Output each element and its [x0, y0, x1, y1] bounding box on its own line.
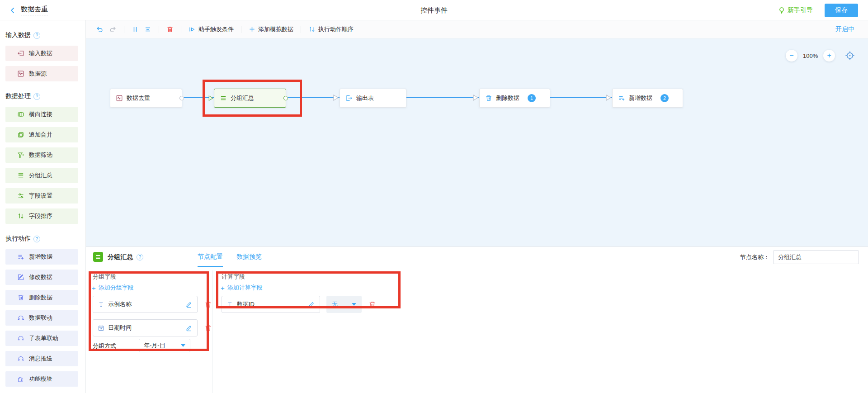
append-merge-icon	[17, 131, 24, 138]
flow-canvas[interactable]: − 100% + 数据去重	[86, 38, 868, 246]
panel-tabs: 节点配置 数据预览	[198, 247, 262, 267]
calc-field-row[interactable]: 数据ID	[222, 296, 320, 313]
sidebar-item-label: 子表单联动	[29, 334, 58, 342]
calc-fields-title: 计算字段	[222, 273, 245, 281]
beginner-guide-link[interactable]: 新手引导	[778, 6, 813, 14]
output-port	[283, 96, 288, 100]
trash-icon	[166, 26, 174, 33]
node-group-summary[interactable]: 分组汇总	[214, 89, 286, 108]
delete-node-button[interactable]	[164, 26, 176, 33]
sidebar-item-modify-data[interactable]: 修改数据	[5, 270, 78, 285]
sidebar-item-delete-data[interactable]: 删除数据	[5, 290, 78, 305]
helper-trigger-button[interactable]: 助手触发条件	[186, 25, 236, 33]
node-name-label: 节点名称：	[740, 253, 769, 261]
delete-field-icon[interactable]	[204, 324, 212, 332]
sidebar-item-label: 删除数据	[29, 294, 52, 302]
node-label: 新增数据	[629, 94, 652, 102]
sort-order-icon	[308, 26, 316, 33]
edit-pencil-icon[interactable]	[308, 301, 315, 308]
sidebar: 输入数据 ? 输入数据 数据源 数据处理 ? 横向连接 追加合并 数据筛选	[0, 20, 86, 393]
sidebar-item-data-filter[interactable]: 数据筛选	[5, 147, 78, 163]
window-title: 控件事件	[0, 0, 868, 20]
sidebar-item-input-data[interactable]: 输入数据	[5, 46, 78, 61]
plus-icon	[249, 26, 255, 33]
data-linkage-icon	[17, 314, 24, 322]
sidebar-item-field-sort[interactable]: 字段排序	[5, 208, 78, 224]
text-field-icon	[226, 301, 233, 308]
sidebar-item-data-linkage[interactable]: 数据联动	[5, 310, 78, 326]
node-add-data[interactable]: 新增数据 2	[612, 89, 683, 108]
align-vertical-button[interactable]	[129, 26, 142, 33]
zoom-level: 100%	[803, 52, 818, 59]
aggregation-select[interactable]: 无	[326, 296, 362, 313]
group-field-row[interactable]: 示例名称	[93, 296, 198, 313]
data-source-icon	[17, 70, 24, 77]
edge-arrow-icon	[606, 95, 612, 101]
save-button[interactable]: 保存	[825, 4, 858, 17]
node-name-input[interactable]	[773, 250, 859, 264]
action-order-button[interactable]: 执行动作顺序	[306, 25, 356, 33]
zoom-in-button[interactable]: +	[823, 50, 835, 62]
sidebar-item-append-merge[interactable]: 追加合并	[5, 127, 78, 142]
panel-node-title: 分组汇总	[108, 247, 133, 267]
help-icon[interactable]: ?	[33, 236, 40, 242]
sidebar-section-input-data: 输入数据 ?	[5, 31, 85, 39]
group-mode-value: 年-月-日	[144, 341, 176, 350]
field-name: 示例名称	[108, 300, 182, 308]
help-icon[interactable]: ?	[33, 32, 40, 39]
flow-status-toggle[interactable]: 开启中	[835, 25, 854, 33]
tab-node-config[interactable]: 节点配置	[198, 247, 223, 267]
add-data-icon	[17, 253, 24, 260]
tab-data-preview[interactable]: 数据预览	[236, 247, 262, 267]
help-icon[interactable]: ?	[33, 93, 40, 100]
sidebar-item-data-source[interactable]: 数据源	[5, 66, 78, 81]
group-mode-select[interactable]: 年-月-日	[139, 339, 190, 352]
delete-field-icon[interactable]	[368, 301, 376, 308]
sidebar-item-label: 横向连接	[29, 110, 52, 118]
edit-pencil-icon[interactable]	[185, 324, 193, 331]
helper-trigger-label: 助手触发条件	[198, 25, 234, 33]
delete-field-icon[interactable]	[204, 301, 212, 308]
panel-header: 分组汇总 ? 节点配置 数据预览 节点名称：	[86, 247, 868, 267]
node-output-table[interactable]: 输出表	[340, 89, 406, 108]
add-calc-field-button[interactable]: + 添加计算字段	[221, 284, 263, 292]
add-group-field-button[interactable]: + 添加分组字段	[92, 284, 134, 292]
sidebar-item-field-settings[interactable]: 字段设置	[5, 188, 78, 204]
output-port	[179, 96, 184, 100]
align-horizontal-button[interactable]	[142, 26, 154, 33]
field-sort-icon	[17, 213, 24, 220]
sidebar-item-add-data[interactable]: 新增数据	[5, 249, 78, 265]
undo-button[interactable]	[93, 25, 106, 33]
section-title: 数据处理	[5, 92, 31, 100]
node-delete-data[interactable]: 删除数据 1	[479, 89, 550, 108]
sidebar-item-group-summary[interactable]: 分组汇总	[5, 168, 78, 183]
date-field-icon	[98, 325, 104, 331]
section-title: 执行动作	[5, 235, 31, 243]
sidebar-item-horizontal-join[interactable]: 横向连接	[5, 107, 78, 122]
subform-linkage-icon	[17, 335, 24, 342]
edit-pencil-icon[interactable]	[185, 301, 193, 308]
horizontal-join-icon	[17, 111, 24, 118]
sidebar-item-message-push[interactable]: 消息推送	[5, 351, 78, 366]
add-data-icon	[618, 95, 625, 102]
sidebar-item-function-module[interactable]: 功能模块	[5, 371, 78, 387]
group-field-row[interactable]: 日期时间	[93, 319, 198, 336]
undo-icon	[96, 25, 104, 33]
sidebar-item-subform-linkage[interactable]: 子表单联动	[5, 331, 78, 346]
sidebar-section-data-process: 数据处理 ?	[5, 92, 85, 100]
sidebar-item-label: 功能模块	[29, 375, 52, 383]
node-data-dedupe[interactable]: 数据去重	[110, 89, 182, 108]
fit-view-button[interactable]	[845, 51, 855, 61]
group-mode-label: 分组方式	[93, 342, 116, 350]
crosshair-icon	[845, 51, 855, 61]
zoom-out-button[interactable]: −	[786, 50, 797, 62]
group-summary-icon	[220, 95, 227, 102]
redo-button[interactable]	[106, 25, 119, 33]
sidebar-item-label: 字段设置	[29, 192, 52, 200]
add-mock-data-button[interactable]: 添加模拟数据	[246, 25, 296, 33]
toolbar-separator	[181, 26, 181, 33]
delete-data-icon	[485, 95, 492, 102]
help-icon[interactable]: ?	[137, 254, 143, 260]
plus-icon: +	[221, 284, 225, 291]
node-name-group: 节点名称：	[740, 250, 859, 264]
